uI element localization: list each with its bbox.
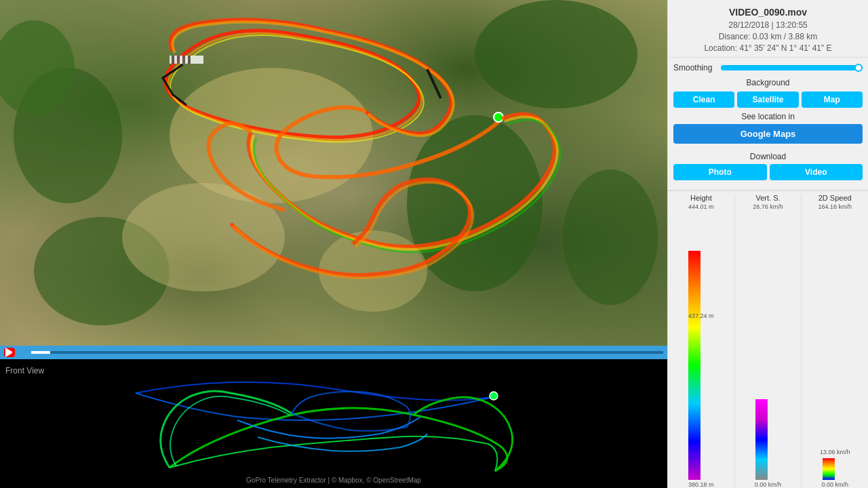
background-section-label: Background <box>673 78 863 87</box>
satellite-button[interactable]: Satellite <box>737 92 798 108</box>
controls-section: Smoothing Background Clean Satellite Map… <box>668 58 868 190</box>
photo-button[interactable]: Photo <box>673 164 767 180</box>
vert-speed-chart-wrapper <box>736 210 800 480</box>
see-location-label: See location in <box>673 112 863 121</box>
background-button-row: Clean Satellite Map <box>673 92 863 108</box>
speed-2d-gradient-bar <box>823 458 835 480</box>
charts-section: Height 444.01 m 437.24 m 380.18 m Vert. … <box>668 190 868 488</box>
progress-bar[interactable] <box>31 351 663 354</box>
height-chart: Height 444.01 m 437.24 m 380.18 m <box>668 194 735 488</box>
front-view-svg <box>0 359 667 488</box>
speed-2d-bar-area: 13.06 km/h <box>803 210 867 480</box>
speed-2d-title: 2D Speed <box>818 194 852 202</box>
vert-speed-chart: Vert. S. 26.76 km/h 0.00 km/h <box>735 194 802 488</box>
height-chart-title: Height <box>690 194 712 202</box>
datetime-label: 28/12/2018 | 13:20:55 <box>673 20 863 30</box>
svg-rect-12 <box>177 56 180 64</box>
smoothing-slider[interactable] <box>721 65 863 70</box>
map-button[interactable]: Map <box>802 92 863 108</box>
map-area[interactable] <box>0 0 667 346</box>
gopro-credit-label: GoPro Telemetry Extractor | © Mapbox, © … <box>246 476 421 484</box>
svg-rect-10 <box>170 56 203 64</box>
height-top-value: 444.01 m <box>688 203 714 210</box>
right-panel: VIDEO_0090.mov 28/12/2018 | 13:20:55 Dis… <box>667 0 868 488</box>
height-mid-value: 437.24 m <box>669 312 733 319</box>
vert-speed-bar-area <box>736 210 800 480</box>
left-panel: Front View <box>0 0 667 488</box>
download-button-row: Photo Video <box>673 164 863 180</box>
progress-indicator <box>31 351 50 354</box>
track-svg <box>0 0 667 346</box>
speed-2d-bottom-value: 0.00 km/h <box>821 481 848 488</box>
vert-speed-gradient-bar <box>755 399 768 480</box>
speed-2d-top-value: 164.16 km/h <box>818 203 852 210</box>
svg-point-7 <box>122 183 285 291</box>
clean-button[interactable]: Clean <box>673 92 734 108</box>
google-maps-button[interactable]: Google Maps <box>673 124 863 144</box>
download-label: Download <box>673 152 863 161</box>
distance-label: Disance: 0.03 km / 3.88 km <box>673 32 863 41</box>
svg-point-15 <box>490 392 498 400</box>
height-gradient-bar <box>688 251 701 480</box>
height-chart-wrapper: 437.24 m <box>669 210 733 480</box>
svg-point-0 <box>475 0 637 108</box>
location-label: Location: 41° 35' 24" N 1° 41' 41" E <box>673 43 863 53</box>
smoothing-thumb <box>854 64 863 72</box>
speed-2d-chart: 2D Speed 164.16 km/h 13.06 km/h 0.00 km/… <box>802 194 868 488</box>
info-section: VIDEO_0090.mov 28/12/2018 | 13:20:55 Dis… <box>668 0 868 58</box>
front-view-area: Front View <box>0 359 667 488</box>
speed-2d-mid-value: 13.06 km/h <box>803 449 867 455</box>
vert-speed-top-value: 26.76 km/h <box>753 203 783 210</box>
smoothing-row: Smoothing <box>673 63 863 73</box>
front-view-label: Front View <box>5 366 44 375</box>
height-bar-area: 437.24 m <box>669 210 733 480</box>
svg-rect-13 <box>182 56 185 64</box>
play-icon[interactable] <box>4 348 15 357</box>
vert-speed-bottom-value: 0.00 km/h <box>755 481 782 488</box>
filename-label: VIDEO_0090.mov <box>673 7 863 18</box>
svg-point-2 <box>563 169 658 305</box>
height-bottom-value: 380.18 m <box>688 481 714 488</box>
video-button[interactable]: Video <box>770 164 863 180</box>
smoothing-label: Smoothing <box>673 63 721 73</box>
svg-rect-14 <box>188 56 191 64</box>
play-triangle-icon <box>5 348 14 357</box>
play-button[interactable] <box>4 347 15 358</box>
svg-rect-11 <box>172 56 174 64</box>
speed-2d-chart-wrapper: 13.06 km/h <box>803 210 867 480</box>
video-controls-bar[interactable] <box>0 346 667 359</box>
vert-speed-title: Vert. S. <box>755 194 780 202</box>
